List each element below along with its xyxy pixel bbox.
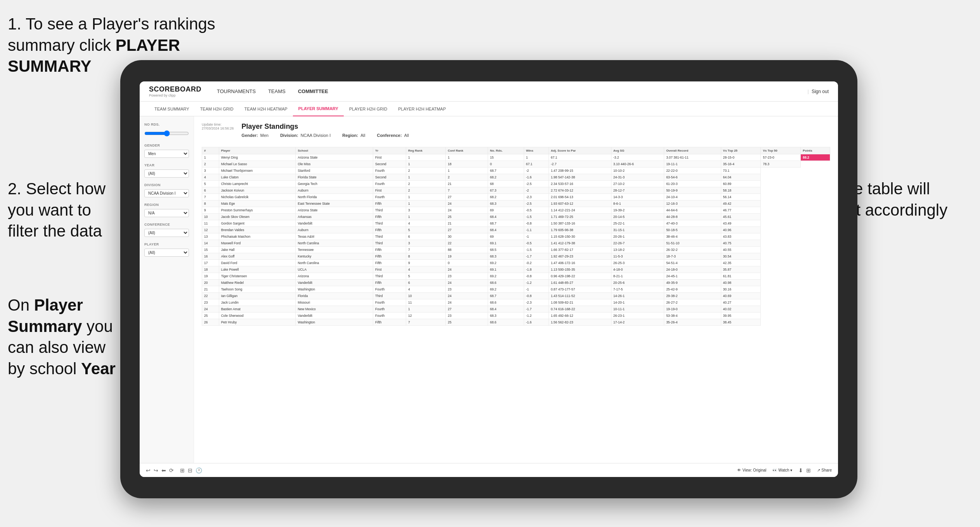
- table-cell: 22: [202, 293, 219, 299]
- table-cell: 44-28-8: [664, 214, 721, 220]
- table-cell: 78.3: [761, 161, 801, 168]
- col-conf-rank: Conf Rank: [446, 147, 488, 154]
- logo-text: SCOREBOARD: [149, 85, 201, 93]
- table-cell: Jackson Koivun: [219, 187, 296, 194]
- table-cell: 10-10-2: [611, 168, 664, 174]
- table-cell: Fourth: [373, 299, 406, 306]
- table-cell: Arizona State: [296, 207, 373, 214]
- table-cell: 2.34 533-57-16: [549, 181, 611, 187]
- table-cell: 1: [446, 168, 488, 174]
- sub-nav-team-h2h-heatmap[interactable]: TEAM H2H HEATMAP: [239, 102, 293, 116]
- filters-row: Gender: Men Division: NCAA Division I Re…: [242, 133, 830, 138]
- table-cell: 1.43 514-111-52: [549, 293, 611, 299]
- gender-select[interactable]: Men: [144, 150, 189, 158]
- table-cell: 3.10 440-26-6: [611, 161, 664, 168]
- share-icon: ↗: [817, 468, 820, 472]
- table-cell: Maxwell Ford: [219, 240, 296, 247]
- table-row[interactable]: 17David FordNorth CarolinaFifth9069.2-0.…: [202, 260, 830, 266]
- year-select[interactable]: (All): [144, 169, 189, 178]
- table-row[interactable]: 13Phichaisak MaichonTexas A&MThird63069-…: [202, 233, 830, 240]
- back-button[interactable]: ⬅: [161, 467, 166, 473]
- format-button-1[interactable]: ⊞: [180, 467, 185, 473]
- view-original[interactable]: 👁 View: Original: [737, 468, 767, 472]
- table-cell: Florida: [296, 293, 373, 299]
- table-cell: 26-23-1: [611, 313, 664, 319]
- table-cell: 45.61: [721, 214, 761, 220]
- table-cell: Fifth: [373, 319, 406, 326]
- table-cell: Stanford: [296, 168, 373, 174]
- table-cell: 23: [446, 313, 488, 319]
- table-cell: First: [373, 154, 406, 161]
- filter-division-label: Division:: [280, 133, 298, 138]
- table-row[interactable]: 18Luke PowellUCLAFirst42469.1-1.81.13 50…: [202, 266, 830, 273]
- title-block: Player Standings Gender: Men Division: N…: [234, 123, 830, 142]
- table-row[interactable]: 19Tiger ChristensenArizonaThird52369.2-0…: [202, 273, 830, 280]
- col-points: Points: [801, 147, 830, 154]
- sub-nav-team-summary[interactable]: TEAM SUMMARY: [149, 102, 195, 116]
- nav-item-teams[interactable]: TEAMS: [268, 87, 286, 96]
- table-cell: 25-42-9: [664, 286, 721, 293]
- table-cell: Jack Lundin: [219, 299, 296, 306]
- table-cell: 24: [202, 306, 219, 313]
- nav-item-tournaments[interactable]: TOURNAMENTS: [217, 87, 256, 96]
- table-cell: Cole Sherwood: [219, 313, 296, 319]
- table-row[interactable]: 11Gordon SargentVanderbiltThird42168.7-0…: [202, 220, 830, 227]
- table-cell: -2.7: [549, 161, 611, 168]
- division-select[interactable]: NCAA Division I: [144, 189, 189, 197]
- nav-right: | Sign out: [806, 89, 829, 94]
- table-row[interactable]: 6Jackson KoivunAuburnFirst2767.3-22.72 6…: [202, 187, 830, 194]
- sign-out-link[interactable]: Sign out: [812, 89, 829, 94]
- table-row[interactable]: 25Cole SherwoodVanderbiltFourth122368.3-…: [202, 313, 830, 319]
- table-cell: 26-32-2: [664, 247, 721, 253]
- table-cell: 30: [446, 233, 488, 240]
- sub-nav-team-h2h-grid[interactable]: TEAM H2H GRID: [195, 102, 239, 116]
- table-cell: 40.98: [721, 280, 761, 286]
- table-row[interactable]: 2Michael Le SassoOle MissSecond118067.1-…: [202, 161, 830, 168]
- grid-icon[interactable]: ⊞: [806, 467, 811, 473]
- sub-nav-player-summary[interactable]: PLAYER SUMMARY: [293, 102, 344, 116]
- table-row[interactable]: 7Nicholas GabrelcikNorth FloridaFourth12…: [202, 194, 830, 200]
- table-row[interactable]: 15Jake HallTennesseeFifth78868.5-1.51.66…: [202, 247, 830, 253]
- table-row[interactable]: 10Jacob Skov OlesenArkansasFifth12568.4-…: [202, 214, 830, 220]
- no-rds-slider[interactable]: [144, 130, 189, 137]
- table-cell: Fourth: [373, 306, 406, 313]
- undo-button[interactable]: ↩: [146, 467, 151, 473]
- player-select[interactable]: (All): [144, 249, 189, 257]
- table-cell: 1.47 406-172-16: [549, 260, 611, 266]
- redo-button[interactable]: ↪: [154, 467, 158, 473]
- format-button-2[interactable]: ⊟: [188, 467, 192, 473]
- sub-nav-player-h2h-grid[interactable]: PLAYER H2H GRID: [344, 102, 393, 116]
- table-row[interactable]: 4Luke ClatonFlorida StateSecond1268.2-1.…: [202, 174, 830, 181]
- table-row[interactable]: 14Maxwell FordNorth CarolinaThird32269.1…: [202, 240, 830, 247]
- table-row[interactable]: 22Ian GilliganFloridaThird102468.7-0.81.…: [202, 293, 830, 299]
- table-row[interactable]: 3Michael ThorbjornsenStanfordFourth2168.…: [202, 168, 830, 174]
- nav-item-committee[interactable]: COMMITTEE: [298, 87, 328, 96]
- table-row[interactable]: 1Wenyi DingArizona StateFirst1115167.1-3…: [202, 154, 830, 161]
- conference-select[interactable]: (All): [144, 229, 189, 237]
- col-vs-top50: Vs Top 50: [761, 147, 801, 154]
- table-cell: 25: [446, 319, 488, 326]
- sub-nav-player-h2h-heatmap[interactable]: PLAYER H2H HEATMAP: [393, 102, 451, 116]
- table-row[interactable]: 12Brendan ValdesAuburnFifth52768.4-1.11.…: [202, 227, 830, 233]
- table-cell: East Tennessee State: [296, 200, 373, 207]
- share-button[interactable]: ↗ Share: [817, 468, 832, 472]
- reload-button[interactable]: ⟳: [169, 467, 174, 473]
- table-row[interactable]: 8Mats EgeEast Tennessee StateFifth12468.…: [202, 200, 830, 207]
- table-row[interactable]: 16Alex GoffKentuckyFifth81968.3-1.71.92 …: [202, 253, 830, 260]
- table-row[interactable]: 24Bastien AmatNew MexicoFourth12768.4-1.…: [202, 306, 830, 313]
- table-cell: 15: [202, 247, 219, 253]
- annotation-1-line1: 1. To see a Player's rankings: [8, 15, 215, 33]
- region-select[interactable]: N/A: [144, 209, 189, 217]
- update-time-label: Update time:: [202, 123, 234, 126]
- table-cell: 69: [488, 207, 524, 214]
- table-row[interactable]: 9Preston SummerhaysArizona StateThird324…: [202, 207, 830, 214]
- download-icon[interactable]: ⬇: [798, 467, 803, 473]
- watch-button[interactable]: 👀 Watch ▾: [772, 468, 792, 472]
- table-row[interactable]: 26Petr HrubyWashingtonFifth72568.6-1.61.…: [202, 319, 830, 326]
- annotation-2-line3: filter the data: [8, 222, 102, 240]
- table-row[interactable]: 5Christo LamprechtGeorgia TechFourth2216…: [202, 181, 830, 187]
- table-row[interactable]: 20Matthew RiedelVanderbiltFifth62468.6-1…: [202, 280, 830, 286]
- table-row[interactable]: 21Taehoon SongWashingtonFourth42369.2-10…: [202, 286, 830, 293]
- table-cell: 69.1: [488, 240, 524, 247]
- table-row[interactable]: 23Jack LundinMissouriFourth112468.6-2.31…: [202, 299, 830, 306]
